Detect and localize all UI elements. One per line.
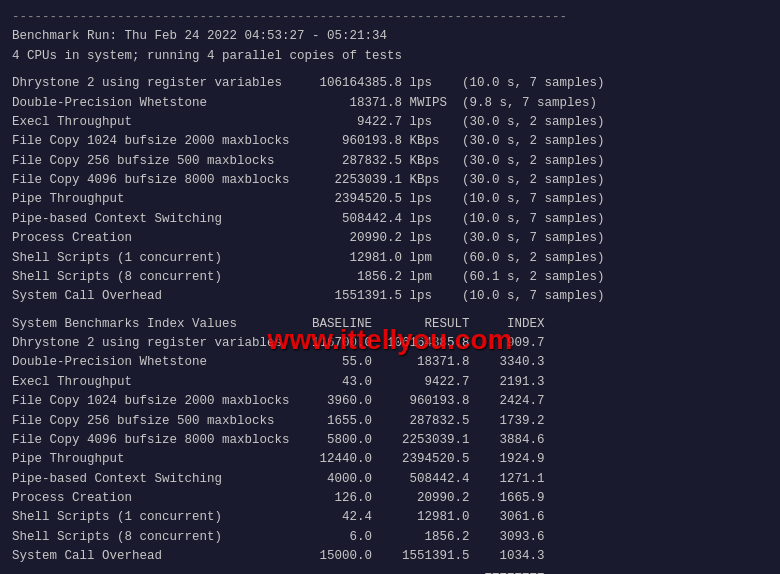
table-rows: Dhrystone 2 using register variables 116… — [12, 334, 768, 567]
benchmark-row: Shell Scripts (8 concurrent) 1856.2 lpm … — [12, 268, 768, 287]
table-data-row: Shell Scripts (8 concurrent) 6.0 1856.2 … — [12, 528, 768, 547]
benchmark-row: Double-Precision Whetstone 18371.8 MWIPS… — [12, 94, 768, 113]
benchmark-section: www.ittellyou.com Dhrystone 2 using regi… — [12, 74, 768, 574]
separator-top: ----------------------------------------… — [12, 8, 768, 27]
spacer2 — [12, 307, 768, 315]
benchmark-row: Pipe-based Context Switching 508442.4 lp… — [12, 210, 768, 229]
benchmark-row: File Copy 4096 bufsize 8000 maxblocks 22… — [12, 171, 768, 190]
table-data-row: Shell Scripts (1 concurrent) 42.4 12981.… — [12, 508, 768, 527]
benchmark-row: Dhrystone 2 using register variables 106… — [12, 74, 768, 93]
header-line1: Benchmark Run: Thu Feb 24 2022 04:53:27 … — [12, 27, 768, 46]
table-data-row: Double-Precision Whetstone 55.0 18371.8 … — [12, 353, 768, 372]
table-data-row: Pipe-based Context Switching 4000.0 5084… — [12, 470, 768, 489]
score-separator: ======== — [12, 567, 768, 575]
benchmark-row: File Copy 1024 bufsize 2000 maxblocks 96… — [12, 132, 768, 151]
table-data-row: Process Creation 126.0 20990.2 1665.9 — [12, 489, 768, 508]
table-data-row: System Call Overhead 15000.0 1551391.5 1… — [12, 547, 768, 566]
table-data-row: File Copy 256 bufsize 500 maxblocks 1655… — [12, 412, 768, 431]
benchmark-row: Shell Scripts (1 concurrent) 12981.0 lpm… — [12, 249, 768, 268]
table-data-row: Pipe Throughput 12440.0 2394520.5 1924.9 — [12, 450, 768, 469]
table-data-row: Execl Throughput 43.0 9422.7 2191.3 — [12, 373, 768, 392]
benchmark-row: Process Creation 20990.2 lps (30.0 s, 7 … — [12, 229, 768, 248]
terminal: ----------------------------------------… — [12, 8, 768, 574]
table-header: System Benchmarks Index Values BASELINE … — [12, 315, 768, 334]
score-section: ========System Benchmarks Index Score 24… — [12, 567, 768, 575]
spacer1 — [12, 66, 768, 74]
table-data-row: File Copy 1024 bufsize 2000 maxblocks 39… — [12, 392, 768, 411]
benchmark-rows: Dhrystone 2 using register variables 106… — [12, 74, 768, 307]
benchmark-row: Execl Throughput 9422.7 lps (30.0 s, 2 s… — [12, 113, 768, 132]
table-data-row: File Copy 4096 bufsize 8000 maxblocks 58… — [12, 431, 768, 450]
benchmark-row: Pipe Throughput 2394520.5 lps (10.0 s, 7… — [12, 190, 768, 209]
table-header-row: System Benchmarks Index Values BASELINE … — [12, 315, 768, 334]
benchmark-row: System Call Overhead 1551391.5 lps (10.0… — [12, 287, 768, 306]
table-data-row: Dhrystone 2 using register variables 116… — [12, 334, 768, 353]
header-line2: 4 CPUs in system; running 4 parallel cop… — [12, 47, 768, 66]
benchmark-row: File Copy 256 bufsize 500 maxblocks 2878… — [12, 152, 768, 171]
